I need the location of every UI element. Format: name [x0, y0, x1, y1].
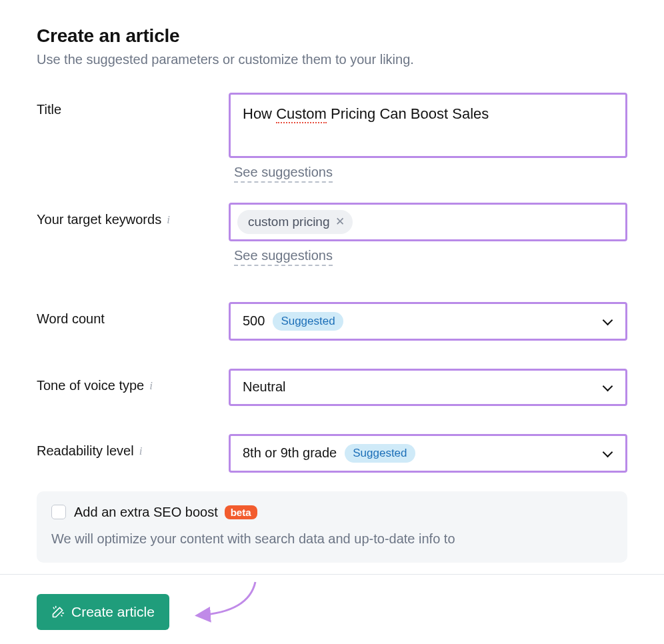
title-see-suggestions-link[interactable]: See suggestions	[234, 165, 333, 183]
magic-wand-icon	[51, 605, 65, 619]
tone-value: Neutral	[243, 379, 285, 395]
tone-select[interactable]: Neutral	[229, 369, 627, 406]
chevron-down-icon	[603, 384, 613, 391]
chevron-down-icon	[603, 318, 613, 325]
footer-divider	[0, 574, 664, 575]
annotation-arrow-icon	[192, 579, 265, 632]
chevron-down-icon	[603, 450, 613, 457]
title-label: Title	[37, 93, 229, 117]
suggested-badge: Suggested	[273, 312, 343, 331]
create-article-button[interactable]: Create article	[37, 594, 169, 630]
title-text-pre: How	[243, 105, 276, 122]
word-count-label: Word count	[37, 302, 229, 327]
info-icon[interactable]: i	[139, 445, 143, 457]
seo-boost-checkbox[interactable]	[51, 505, 66, 519]
keyword-chip: custom pricing ✕	[237, 210, 353, 234]
seo-boost-description: We will optimize your content with searc…	[51, 529, 613, 548]
word-count-value: 500	[243, 313, 265, 329]
readability-value: 8th or 9th grade	[243, 445, 337, 461]
seo-boost-title: Add an extra SEO boost beta	[74, 505, 257, 520]
readability-label: Readability level i	[37, 434, 229, 459]
create-article-label: Create article	[71, 604, 155, 620]
seo-boost-panel: Add an extra SEO boost beta We will opti…	[37, 491, 627, 563]
beta-badge: beta	[225, 505, 257, 519]
info-icon[interactable]: i	[149, 380, 153, 391]
tone-label: Tone of voice type i	[37, 369, 229, 393]
info-icon[interactable]: i	[167, 214, 170, 225]
keywords-input[interactable]: custom pricing ✕	[229, 203, 627, 241]
keywords-see-suggestions-link[interactable]: See suggestions	[234, 248, 333, 266]
word-count-select[interactable]: 500 Suggested	[229, 302, 627, 341]
suggested-badge: Suggested	[345, 444, 415, 463]
page-subtitle: Use the suggested parameters or customiz…	[37, 52, 627, 67]
keyword-chip-label: custom pricing	[248, 215, 330, 229]
title-text-spellcheck: Custom	[276, 105, 327, 123]
remove-chip-icon[interactable]: ✕	[335, 216, 345, 227]
keywords-label: Your target keywords i	[37, 203, 229, 227]
page-title: Create an article	[37, 25, 627, 47]
title-input[interactable]: How Custom Pricing Can Boost Sales	[229, 93, 627, 158]
title-text-post: Pricing Can Boost Sales	[327, 105, 489, 122]
readability-select[interactable]: 8th or 9th grade Suggested	[229, 434, 627, 473]
